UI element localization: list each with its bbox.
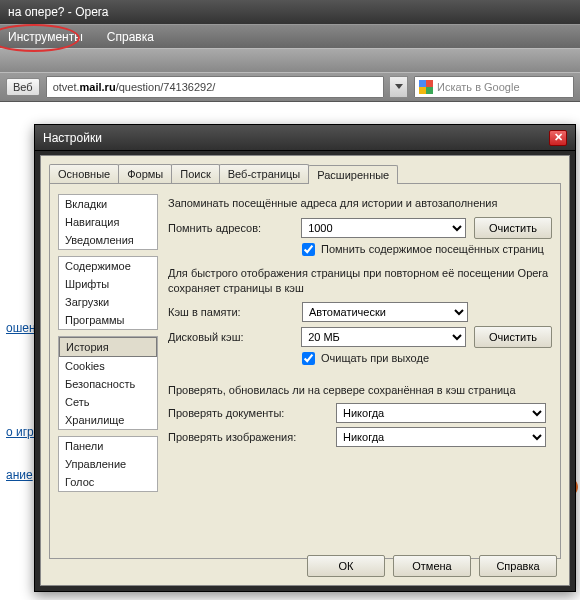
svg-rect-1 xyxy=(426,80,433,87)
window-title: на опере? - Opera xyxy=(8,5,109,19)
remember-intro: Запоминать посещённые адреса для истории… xyxy=(168,196,552,211)
cat-voice[interactable]: Голос xyxy=(59,473,157,491)
clear-on-exit-checkbox[interactable]: Очищать при выходе xyxy=(302,352,429,365)
cat-management[interactable]: Управление xyxy=(59,455,157,473)
search-box[interactable]: Искать в Google xyxy=(414,76,574,98)
cache-intro: Для быстрого отображения страницы при по… xyxy=(168,266,552,296)
cat-storage[interactable]: Хранилище xyxy=(59,411,157,429)
url-dropdown[interactable] xyxy=(390,76,408,98)
window-titlebar: на опере? - Opera xyxy=(0,0,580,24)
menubar: Инструменты Справка xyxy=(0,24,580,48)
disk-cache-label: Дисковый кэш: xyxy=(168,331,293,343)
cache-mem-label: Кэш в памяти: xyxy=(168,306,294,318)
close-icon: ✕ xyxy=(554,131,563,144)
cat-notifications[interactable]: Уведомления xyxy=(59,231,157,249)
tab-forms[interactable]: Формы xyxy=(118,164,172,183)
svg-rect-3 xyxy=(426,87,433,94)
google-icon xyxy=(419,80,433,94)
cat-history[interactable]: История xyxy=(59,337,157,357)
category-group: История Cookies Безопасность Сеть Хранил… xyxy=(58,336,158,430)
remember-content-checkbox[interactable]: Помнить содержимое посещённых страниц xyxy=(302,243,544,256)
category-group: Вкладки Навигация Уведомления xyxy=(58,194,158,250)
cat-fonts[interactable]: Шрифты xyxy=(59,275,157,293)
remember-select[interactable]: 1000 xyxy=(301,218,466,238)
cat-tabs[interactable]: Вкладки xyxy=(59,195,157,213)
cat-cookies[interactable]: Cookies xyxy=(59,357,157,375)
svg-rect-0 xyxy=(419,80,426,87)
cat-security[interactable]: Безопасность xyxy=(59,375,157,393)
clear-cache-button[interactable]: Очистить xyxy=(474,326,552,348)
cat-navigation[interactable]: Навигация xyxy=(59,213,157,231)
tab-search[interactable]: Поиск xyxy=(171,164,219,183)
address-bar: Веб otvet.mail.ru/question/74136292/ Иск… xyxy=(0,72,580,102)
check-imgs-label: Проверять изображения: xyxy=(168,431,328,443)
dialog-title: Настройки xyxy=(43,131,102,145)
disk-cache-select[interactable]: 20 МБ xyxy=(301,327,466,347)
tab-webpages[interactable]: Веб-страницы xyxy=(219,164,310,183)
tab-strip: Основные Формы Поиск Веб-страницы Расшир… xyxy=(41,156,569,183)
cat-downloads[interactable]: Загрузки xyxy=(59,293,157,311)
ok-button[interactable]: ОК xyxy=(307,555,385,577)
cat-programs[interactable]: Программы xyxy=(59,311,157,329)
close-button[interactable]: ✕ xyxy=(549,130,567,146)
chevron-down-icon xyxy=(395,84,403,90)
checkbox-input[interactable] xyxy=(302,352,315,365)
check-intro: Проверять, обновилась ли на сервере сохр… xyxy=(168,383,552,398)
search-placeholder: Искать в Google xyxy=(437,81,520,93)
addr-web-label[interactable]: Веб xyxy=(6,78,40,96)
settings-content: Запоминать посещённые адреса для истории… xyxy=(168,192,552,550)
url-input[interactable]: otvet.mail.ru/question/74136292/ xyxy=(46,76,384,98)
checkbox-input[interactable] xyxy=(302,243,315,256)
dialog-body: Основные Формы Поиск Веб-страницы Расшир… xyxy=(40,155,570,586)
cat-content[interactable]: Содержимое xyxy=(59,257,157,275)
dialog-button-row: ОК Отмена Справка xyxy=(307,555,557,577)
svg-rect-2 xyxy=(419,87,426,94)
tab-panel: Вкладки Навигация Уведомления Содержимое… xyxy=(49,183,561,559)
tab-advanced[interactable]: Расширенные xyxy=(308,165,398,184)
cat-network[interactable]: Сеть xyxy=(59,393,157,411)
check-docs-select[interactable]: Никогда xyxy=(336,403,546,423)
check-docs-label: Проверять документы: xyxy=(168,407,328,419)
dialog-titlebar: Настройки ✕ xyxy=(35,125,575,151)
category-list: Вкладки Навигация Уведомления Содержимое… xyxy=(58,194,158,498)
settings-dialog: Настройки ✕ Основные Формы Поиск Веб-стр… xyxy=(34,124,576,592)
toolbar xyxy=(0,48,580,72)
help-button[interactable]: Справка xyxy=(479,555,557,577)
cat-panels[interactable]: Панели xyxy=(59,437,157,455)
tab-basic[interactable]: Основные xyxy=(49,164,119,183)
category-group: Содержимое Шрифты Загрузки Программы xyxy=(58,256,158,330)
clear-history-button[interactable]: Очистить xyxy=(474,217,552,239)
menu-help[interactable]: Справка xyxy=(107,30,154,44)
remember-label: Помнить адресов: xyxy=(168,222,293,234)
cache-mem-select[interactable]: Автоматически xyxy=(302,302,468,322)
menu-tools[interactable]: Инструменты xyxy=(8,30,83,44)
category-group: Панели Управление Голос xyxy=(58,436,158,492)
cancel-button[interactable]: Отмена xyxy=(393,555,471,577)
check-imgs-select[interactable]: Никогда xyxy=(336,427,546,447)
